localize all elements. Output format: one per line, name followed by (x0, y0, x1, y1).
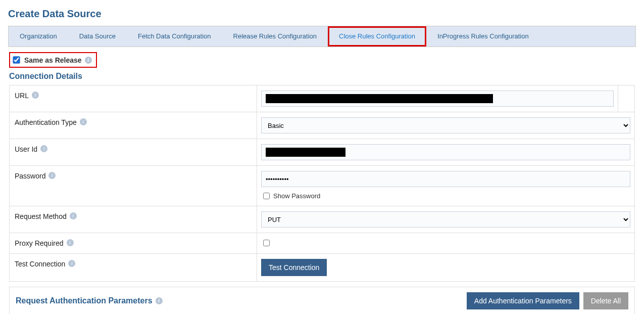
row-test-connection: Test Connection i Test Connection (10, 254, 634, 281)
same-as-release-group: Same as Release i (9, 52, 97, 68)
row-request-method: Request Method i PUT (10, 206, 634, 233)
show-password-checkbox[interactable] (263, 193, 270, 199)
url-input[interactable] (261, 91, 614, 107)
request-auth-params-panel: Request Authentication Parameters i Add … (9, 287, 635, 314)
tab-fetch-data-configuration[interactable]: Fetch Data Configuration (127, 26, 222, 47)
page-title: Create Data Source (8, 8, 636, 20)
test-connection-button[interactable]: Test Connection (261, 259, 327, 276)
info-icon[interactable]: i (68, 260, 75, 267)
info-icon[interactable]: i (85, 57, 92, 64)
row-user-id: User Id i (10, 139, 634, 166)
user-id-input[interactable] (261, 144, 630, 160)
request-method-select[interactable]: PUT (261, 211, 630, 228)
row-password: Password i Show Password (10, 166, 634, 206)
delete-all-button[interactable]: Delete All (583, 292, 628, 309)
redacted-user (266, 148, 345, 157)
test-connection-label: Test Connection (15, 260, 65, 268)
tab-inprogress-rules-configuration[interactable]: InProgress Rules Configuration (426, 26, 540, 47)
same-as-release-label: Same as Release (24, 56, 82, 64)
info-icon[interactable]: i (48, 172, 56, 179)
user-id-label: User Id (15, 145, 37, 153)
password-label: Password (15, 172, 45, 180)
tab-release-rules-configuration[interactable]: Release Rules Configuration (222, 26, 328, 47)
show-password-label: Show Password (273, 192, 320, 200)
row-auth-type: Authentication Type i Basic (10, 112, 634, 139)
request-method-label: Request Method (15, 212, 67, 220)
info-icon[interactable]: i (70, 212, 77, 219)
proxy-required-checkbox[interactable] (263, 240, 270, 246)
same-as-release-checkbox[interactable] (13, 56, 20, 63)
tab-data-source[interactable]: Data Source (68, 26, 127, 47)
info-icon[interactable]: i (80, 118, 87, 125)
info-icon[interactable]: i (40, 145, 47, 152)
connection-details-title: Connection Details (9, 72, 635, 81)
add-auth-params-button[interactable]: Add Authentication Parameters (467, 292, 579, 309)
tab-organization[interactable]: Organization (9, 26, 68, 47)
row-url: URL i (10, 85, 634, 112)
url-label: URL (15, 92, 29, 100)
auth-type-select[interactable]: Basic (261, 117, 630, 133)
info-icon[interactable]: i (156, 297, 163, 304)
auth-type-label: Authentication Type (15, 118, 77, 126)
info-icon[interactable]: i (32, 92, 39, 99)
request-auth-params-title: Request Authentication Parameters (16, 296, 153, 305)
proxy-required-label: Proxy Required (15, 239, 64, 247)
tab-close-rules-configuration[interactable]: Close Rules Configuration (328, 26, 426, 47)
info-icon[interactable]: i (67, 239, 74, 246)
row-proxy-required: Proxy Required i (10, 233, 634, 254)
tabs-bar: Organization Data Source Fetch Data Conf… (8, 26, 636, 47)
redacted-url (266, 94, 493, 103)
password-input[interactable] (261, 171, 630, 187)
connection-details-table: URL i Authentication Type i Basic (9, 85, 635, 282)
